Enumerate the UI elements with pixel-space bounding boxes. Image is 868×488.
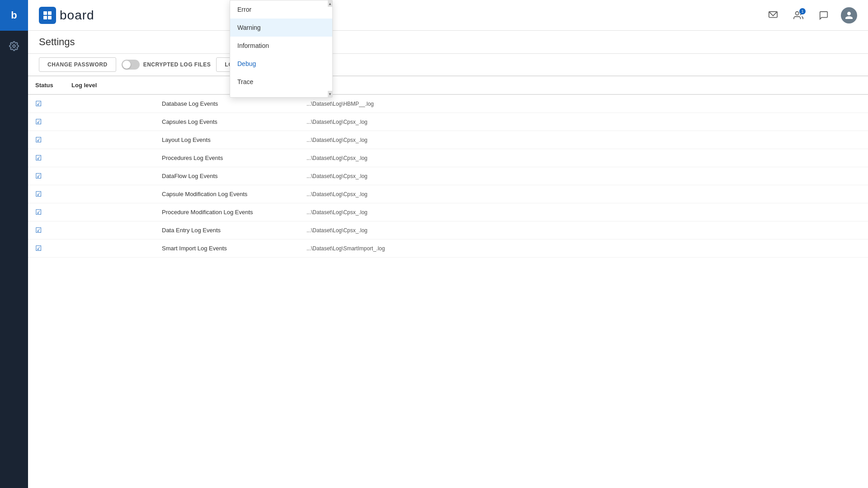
encrypted-log-label: ENCRYPTED LOG FILES — [143, 61, 211, 68]
status-cell: ☑ — [28, 167, 64, 185]
messages-icon-button[interactable] — [765, 7, 781, 23]
status-cell: ☑ — [28, 113, 64, 131]
table-row: ☑ Smart Import Log Events ...\Dataset\Lo… — [28, 239, 868, 258]
encrypted-log-toggle-container: ENCRYPTED LOG FILES — [122, 60, 211, 70]
table-row: ☑ Procedures Log Events ...\Dataset\Log\… — [28, 149, 868, 167]
page-title: Settings — [39, 36, 75, 48]
col-header-path — [299, 76, 868, 94]
path-cell: ...\Dataset\Log\Cpsx_.log — [299, 167, 868, 185]
svg-rect-4 — [48, 16, 52, 19]
status-checkbox[interactable]: ☑ — [35, 118, 42, 126]
log-level-dropdown[interactable]: ▲ ErrorWarningInformationDebugTrace ▼ — [230, 0, 333, 98]
toolbar: CHANGE PASSWORD ENCRYPTED LOG FILES LOG … — [28, 54, 868, 76]
header-right: 1 — [765, 7, 857, 23]
status-checkbox[interactable]: ☑ — [35, 100, 42, 108]
status-cell: ☑ — [28, 221, 64, 239]
log-level-cell — [64, 203, 155, 221]
svg-rect-3 — [43, 16, 47, 19]
event-name-cell: Capsules Log Events — [155, 113, 299, 131]
status-cell: ☑ — [28, 239, 64, 258]
toggle-thumb — [123, 61, 131, 69]
status-cell: ☑ — [28, 94, 64, 113]
header: board 1 — [28, 0, 868, 31]
dropdown-item-warning[interactable]: Warning — [230, 19, 332, 37]
table-row: ☑ Capsule Modification Log Events ...\Da… — [28, 185, 868, 203]
table-row: ☑ Capsules Log Events ...\Dataset\Log\Cp… — [28, 113, 868, 131]
scroll-down-arrow[interactable]: ▼ — [328, 91, 332, 97]
chat-icon-button[interactable] — [816, 7, 832, 23]
status-checkbox[interactable]: ☑ — [35, 226, 42, 234]
svg-point-6 — [796, 11, 799, 14]
table-row: ☑ Database Log Events ...\Dataset\Log\HB… — [28, 94, 868, 113]
dropdown-item-information[interactable]: Information — [230, 37, 332, 55]
status-cell: ☑ — [28, 149, 64, 167]
status-checkbox[interactable]: ☑ — [35, 172, 42, 180]
sidebar: b — [0, 0, 28, 488]
sidebar-logo[interactable]: b — [0, 0, 28, 31]
sidebar-logo-letter: b — [11, 9, 17, 21]
event-name-cell: Layout Log Events — [155, 131, 299, 149]
table-row: ☑ Data Entry Log Events ...\Dataset\Log\… — [28, 221, 868, 239]
path-cell: ...\Dataset\Log\HBMP__.log — [299, 94, 868, 113]
board-logo-icon — [39, 7, 56, 24]
header-brand-name: board — [60, 8, 94, 23]
log-level-cell — [64, 113, 155, 131]
log-level-cell — [64, 131, 155, 149]
status-checkbox[interactable]: ☑ — [35, 190, 42, 198]
users-icon-button[interactable]: 1 — [790, 7, 807, 23]
event-name-cell: DataFlow Log Events — [155, 167, 299, 185]
log-level-cell — [64, 149, 155, 167]
log-events-table-area: Status Log level ☑ Database Log Events .… — [28, 76, 868, 488]
status-cell: ☑ — [28, 203, 64, 221]
col-header-status: Status — [28, 76, 64, 94]
status-checkbox[interactable]: ☑ — [35, 244, 42, 252]
users-badge: 1 — [799, 8, 806, 14]
encrypted-log-toggle[interactable] — [122, 60, 140, 70]
table-row: ☑ Layout Log Events ...\Dataset\Log\Cpsx… — [28, 131, 868, 149]
status-checkbox[interactable]: ☑ — [35, 136, 42, 144]
event-name-cell: Smart Import Log Events — [155, 239, 299, 258]
dropdown-items-container: ErrorWarningInformationDebugTrace — [230, 0, 332, 91]
event-name-cell: Procedure Modification Log Events — [155, 203, 299, 221]
path-cell: ...\Dataset\Log\Cpsx_.log — [299, 185, 868, 203]
log-level-cell — [64, 239, 155, 258]
change-password-button[interactable]: CHANGE PASSWORD — [39, 57, 116, 72]
header-logo-area: board — [39, 7, 765, 24]
path-cell: ...\Dataset\Log\Cpsx_.log — [299, 113, 868, 131]
table-row: ☑ DataFlow Log Events ...\Dataset\Log\Cp… — [28, 167, 868, 185]
user-avatar[interactable] — [841, 7, 857, 23]
svg-rect-2 — [48, 11, 52, 15]
dropdown-item-debug[interactable]: Debug — [230, 55, 332, 73]
dropdown-item-trace[interactable]: Trace — [230, 73, 332, 91]
status-checkbox[interactable]: ☑ — [35, 208, 42, 216]
status-cell: ☑ — [28, 131, 64, 149]
log-level-cell — [64, 221, 155, 239]
path-cell: ...\Dataset\Log\Cpsx_.log — [299, 149, 868, 167]
log-level-cell — [64, 167, 155, 185]
log-level-cell — [64, 94, 155, 113]
svg-point-0 — [13, 45, 15, 47]
event-name-cell: Capsule Modification Log Events — [155, 185, 299, 203]
path-cell: ...\Dataset\Log\SmartImport_.log — [299, 239, 868, 258]
svg-rect-1 — [43, 11, 47, 15]
table-body: ☑ Database Log Events ...\Dataset\Log\HB… — [28, 94, 868, 258]
log-level-cell — [64, 185, 155, 203]
dropdown-item-error[interactable]: Error — [230, 0, 332, 19]
event-name-cell: Procedures Log Events — [155, 149, 299, 167]
status-cell: ☑ — [28, 185, 64, 203]
path-cell: ...\Dataset\Log\Cpsx_.log — [299, 131, 868, 149]
page-title-bar: Settings — [28, 31, 868, 54]
table-header-row: Status Log level — [28, 76, 868, 94]
status-checkbox[interactable]: ☑ — [35, 154, 42, 162]
sidebar-item-settings[interactable] — [0, 34, 28, 58]
col-header-loglevel: Log level — [64, 76, 155, 94]
path-cell: ...\Dataset\Log\Cpsx_.log — [299, 221, 868, 239]
table-row: ☑ Procedure Modification Log Events ...\… — [28, 203, 868, 221]
path-cell: ...\Dataset\Log\Cpsx_.log — [299, 203, 868, 221]
main-content: board 1 Settings CHANGE PASSWORD — [28, 0, 868, 488]
event-name-cell: Data Entry Log Events — [155, 221, 299, 239]
log-events-table: Status Log level ☑ Database Log Events .… — [28, 76, 868, 258]
